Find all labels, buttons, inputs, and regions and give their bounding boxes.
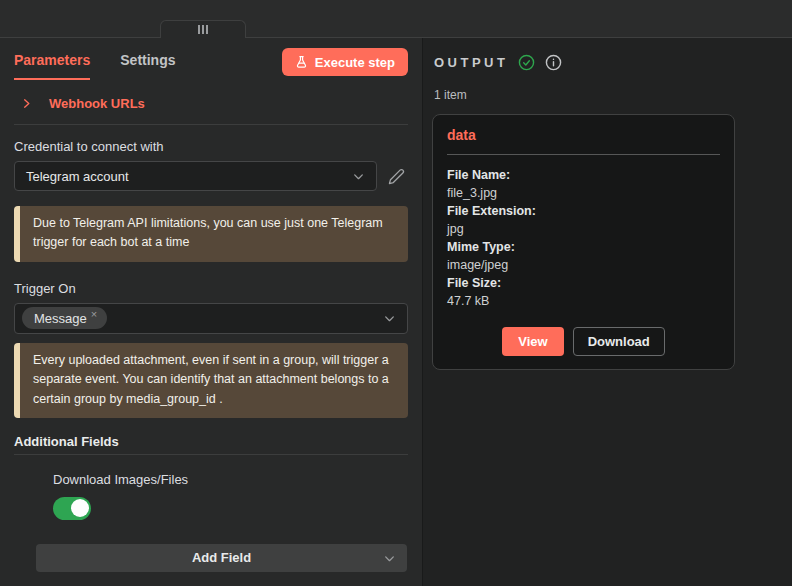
file-fields: File Name: file_3.jpg File Extension: jp… — [447, 166, 720, 310]
edit-credential-button[interactable] — [388, 166, 408, 186]
download-images-toggle[interactable] — [53, 497, 91, 520]
execute-step-button[interactable]: Execute step — [282, 48, 408, 76]
trigger-on-label: Trigger On — [14, 281, 408, 296]
tabs-row: Parameters Settings Execute step — [14, 38, 408, 82]
items-count: 1 item — [434, 88, 792, 102]
chevron-down-icon — [383, 552, 396, 565]
field-label: File Name: — [447, 166, 720, 184]
grip-icon — [198, 25, 208, 34]
attachment-notice: Every uploaded attachment, even if sent … — [14, 343, 408, 418]
section-divider — [14, 124, 408, 125]
field-value: file_3.jpg — [447, 184, 720, 202]
panel-drag-handle[interactable] — [160, 20, 246, 38]
parameters-panel: Parameters Settings Execute step Webhook… — [0, 38, 423, 586]
credential-value: Telegram account — [26, 169, 129, 184]
execute-step-label: Execute step — [315, 55, 395, 70]
view-button[interactable]: View — [502, 327, 563, 356]
download-images-label: Download Images/Files — [53, 472, 408, 487]
message-chip[interactable]: Message × — [22, 307, 107, 329]
add-field-button[interactable]: Add Field — [36, 544, 407, 572]
chevron-down-icon — [383, 312, 396, 325]
ndv-window: Parameters Settings Execute step Webhook… — [0, 0, 792, 586]
tab-settings[interactable]: Settings — [120, 48, 175, 80]
trigger-on-select[interactable]: Message × — [14, 303, 408, 334]
output-title: OUTPUT — [434, 55, 508, 70]
remove-chip-icon[interactable]: × — [91, 308, 97, 320]
add-field-label: Add Field — [192, 550, 251, 565]
card-divider — [447, 154, 720, 155]
pencil-icon — [388, 168, 408, 185]
field-value: image/jpeg — [447, 256, 720, 274]
output-panel: OUTPUT 1 item data File Name: — [423, 38, 792, 586]
message-chip-label: Message — [34, 311, 87, 326]
webhook-urls-label: Webhook URLs — [49, 96, 145, 111]
field-label: Mime Type: — [447, 238, 720, 256]
webhook-urls-section[interactable]: Webhook URLs — [14, 96, 408, 111]
field-value: 47.7 kB — [447, 292, 720, 310]
credential-select[interactable]: Telegram account — [14, 161, 377, 191]
toggle-knob — [71, 499, 89, 517]
credential-label: Credential to connect with — [14, 139, 408, 154]
chevron-down-icon — [352, 170, 365, 183]
field-value: jpg — [447, 220, 720, 238]
tab-parameters[interactable]: Parameters — [14, 48, 90, 80]
credential-row: Telegram account — [14, 161, 408, 191]
flask-icon — [295, 55, 308, 69]
additional-fields-heading: Additional Fields — [14, 434, 408, 455]
info-icon[interactable] — [545, 54, 562, 71]
output-data-card: data File Name: file_3.jpg File Extensio… — [432, 114, 735, 370]
field-label: File Extension: — [447, 202, 720, 220]
success-check-icon — [518, 54, 535, 71]
output-header: OUTPUT — [434, 54, 792, 71]
top-strip — [0, 0, 792, 37]
chevron-right-icon — [21, 98, 32, 109]
field-label: File Size: — [447, 274, 720, 292]
telegram-api-notice: Due to Telegram API limitations, you can… — [14, 206, 408, 262]
download-button[interactable]: Download — [573, 327, 665, 356]
card-buttons-row: View Download — [447, 327, 720, 356]
data-card-title: data — [447, 127, 720, 143]
